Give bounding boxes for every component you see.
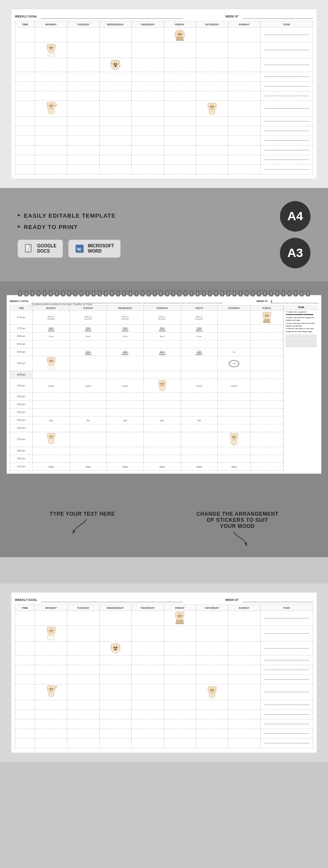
spiral-ring xyxy=(208,290,212,296)
b-bear-sitting xyxy=(206,686,218,698)
notebook-card: WEEKLY GOAL Complete practice exercises … xyxy=(7,295,321,474)
weekly-goal-input-bottom xyxy=(41,597,182,602)
task-blank-line xyxy=(286,339,317,339)
features-list: EASILY EDITABLE TEMPLATE READY TO PRINT xyxy=(17,212,280,231)
svg-point-59 xyxy=(49,359,54,363)
annotation-right: CHANGE THE ARRANGEMENT OF STICKERS TO SU… xyxy=(196,511,279,549)
svg-point-76 xyxy=(50,436,51,437)
annotation-left: TYPE YOUR TEXT HERE xyxy=(49,511,115,536)
planner-card-bottom: WEEKLY GOAL WEEK N° TIME MONDAY TUESDAY … xyxy=(11,592,317,753)
spiral-ring xyxy=(104,290,108,296)
table-row xyxy=(15,136,313,146)
nb-col-tue: TUESDAY xyxy=(70,306,107,311)
nb-bear-laptop xyxy=(260,311,273,323)
svg-rect-102 xyxy=(48,635,55,639)
feature-item-2: READY TO PRINT xyxy=(17,223,280,231)
b-bear-surprised xyxy=(109,642,122,654)
nb-col-mon: MONDAY xyxy=(33,306,70,311)
table-row: 03:00 pm xyxy=(10,401,283,409)
table-row xyxy=(15,146,313,155)
svg-point-37 xyxy=(210,106,211,107)
table-row: 02:00 pm xyxy=(10,393,283,401)
table-row: 10:00 pm Sleep Sleep Sleep Sleep Sleep S… xyxy=(10,463,283,471)
a3-badge: A3 xyxy=(280,238,311,268)
bear-sticker-laptop xyxy=(173,28,187,41)
svg-point-100 xyxy=(49,630,50,631)
table-row xyxy=(15,656,313,665)
microsoft-word-button[interactable]: W MICROSOFTWORD xyxy=(68,240,121,258)
spiral-ring xyxy=(37,290,40,296)
table-row: 05:00 pm Eat Eat Eat Eat Eat xyxy=(10,417,283,424)
annotation-text-left: TYPE YOUR TEXT HERE xyxy=(49,511,115,517)
b-col-monday: MONDAY xyxy=(35,605,67,611)
table-row xyxy=(15,700,313,710)
table-row xyxy=(15,58,313,72)
spiral-ring xyxy=(141,290,144,296)
task-line xyxy=(264,108,309,109)
col-monday-top: MONDAY xyxy=(35,21,67,28)
svg-point-85 xyxy=(231,440,237,445)
svg-point-22 xyxy=(116,63,117,65)
col-time-top: TIME xyxy=(15,21,35,28)
task-line xyxy=(264,131,309,131)
spiral-ring xyxy=(178,290,181,296)
svg-point-116 xyxy=(49,688,50,689)
task-blank-line xyxy=(286,341,317,342)
annotation-text-right: CHANGE THE ARRANGEMENT OF STICKERS TO SU… xyxy=(196,511,279,529)
spiral-ring xyxy=(135,290,138,296)
planner-table-top: TIME MONDAY TUESDAY WEDNESDAY THURSDAY F… xyxy=(15,21,313,174)
b-bear-reading xyxy=(45,626,57,640)
task-line xyxy=(264,692,309,692)
table-row xyxy=(15,684,313,700)
week-no-label-bottom: WEEK N° xyxy=(225,598,239,601)
weekly-goal-label-bottom: WEEKLY GOAL xyxy=(15,598,37,601)
nb-col-sun: SUNDAY xyxy=(251,306,283,311)
spiral-ring xyxy=(257,290,261,296)
table-row xyxy=(15,101,313,117)
task-line xyxy=(264,743,309,743)
nb-col-fri: FRIDAY xyxy=(181,306,218,311)
google-docs-button[interactable]: GOOGLEDOCS xyxy=(17,240,63,258)
svg-point-119 xyxy=(56,685,57,687)
nb-week-no-display: 2 xyxy=(271,299,318,303)
nb-col-time: TIME xyxy=(10,306,33,311)
svg-point-5 xyxy=(180,34,181,35)
spiral-ring xyxy=(61,290,65,296)
table-row xyxy=(15,117,313,126)
svg-point-28 xyxy=(49,105,50,106)
table-row: 07:00 pm xyxy=(10,432,283,447)
task-blank-line xyxy=(286,347,317,347)
bear-sticker-sitting xyxy=(206,102,218,115)
table-row xyxy=(15,710,313,719)
svg-point-51 xyxy=(265,314,269,318)
svg-point-61 xyxy=(52,361,52,361)
table-row xyxy=(15,611,313,626)
task-item: • Finalize and submit the assignment. De… xyxy=(286,316,317,322)
b-bear-laptop xyxy=(173,611,187,625)
svg-point-39 xyxy=(209,110,215,115)
task-blank-line xyxy=(286,337,317,338)
svg-point-78 xyxy=(48,438,54,444)
nb-bear-small xyxy=(156,379,168,392)
table-row xyxy=(15,126,313,136)
task-line xyxy=(264,169,309,170)
table-row xyxy=(15,155,313,165)
feature-item-1: EASILY EDITABLE TEMPLATE xyxy=(17,212,280,219)
weekly-goal-label-top: WEEKLY GOAL xyxy=(15,15,37,18)
spiral-ring xyxy=(55,290,59,296)
spiral-ring xyxy=(116,290,120,296)
task-line xyxy=(264,714,309,715)
svg-rect-7 xyxy=(176,40,184,41)
spiral-ring xyxy=(129,290,132,296)
week-no-input-bottom xyxy=(242,597,313,602)
spiral-ring xyxy=(80,290,83,296)
col-saturday-top: SATURDAY xyxy=(196,21,228,28)
nb-schedule: TIME MONDAY TUESDAY WEDNESDAY THURSDAY F… xyxy=(10,305,283,471)
nb-task-column: TASK • Complete the assignment • instruc… xyxy=(283,305,318,471)
task-blank-line xyxy=(286,344,317,344)
b-col-tuesday: TUESDAY xyxy=(67,605,99,611)
svg-point-71 xyxy=(159,386,165,391)
spiral-ring xyxy=(220,290,224,296)
task-line xyxy=(264,160,309,160)
col-wednesday-top: WEDNESDAY xyxy=(99,21,132,28)
